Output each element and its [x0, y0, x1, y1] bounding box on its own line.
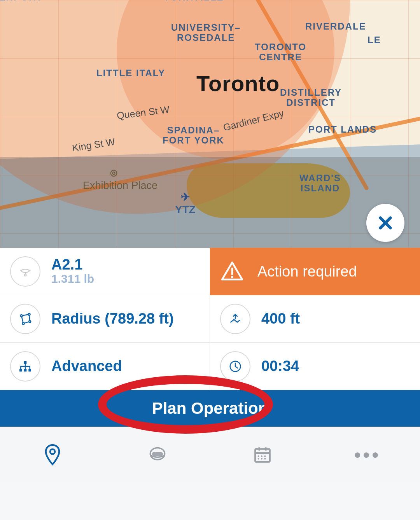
app-screen: VENPORT YORKVILLE UNIVERSITY– ROSEDALE T… — [0, 0, 420, 520]
tab-map[interactable] — [0, 427, 105, 483]
district-label: DISTILLERY DISTRICT — [280, 88, 342, 108]
text: ROSEDALE — [177, 32, 235, 43]
svg-point-4 — [21, 315, 23, 317]
svg-rect-8 — [24, 361, 27, 364]
map-lower-shade — [0, 157, 420, 248]
close-button[interactable] — [366, 204, 404, 242]
text: SPADINA– — [167, 125, 220, 135]
clock-icon — [220, 351, 250, 382]
altitude-label: 400 ft — [261, 310, 300, 327]
plan-operation-label: Plan Operation — [152, 399, 268, 418]
close-icon — [377, 214, 394, 231]
poi-label: Exhibition Place — [83, 180, 158, 192]
district-label: UNIVERSITY– ROSEDALE — [171, 23, 241, 43]
hierarchy-icon — [10, 351, 40, 382]
alert-cell[interactable]: Action required — [210, 248, 420, 295]
text: DISTRICT — [286, 97, 336, 108]
time-label: 00:34 — [261, 358, 299, 375]
calendar-icon — [253, 445, 272, 464]
district-label: YORKVILLE — [163, 0, 224, 2]
svg-rect-11 — [28, 369, 31, 371]
tab-bar: ••• — [0, 427, 420, 483]
svg-point-5 — [28, 313, 30, 315]
svg-point-1 — [24, 274, 26, 276]
mode-label: Advanced — [51, 358, 122, 375]
svg-point-3 — [231, 276, 233, 278]
svg-rect-9 — [19, 369, 22, 371]
drone-name: A2.1 — [51, 257, 94, 273]
district-label: SPADINA– FORT YORK — [163, 125, 224, 146]
altitude-cell[interactable]: 400 ft — [210, 295, 420, 343]
district-label: LE — [368, 35, 381, 45]
svg-point-6 — [29, 320, 31, 322]
city-label: Toronto — [196, 71, 280, 96]
text: WARD'S — [299, 173, 341, 183]
alert-text: Action required — [257, 263, 357, 280]
district-label: WARD'S ISLAND — [299, 173, 341, 194]
text: TORONTO — [255, 42, 306, 52]
drone-weight: 1.311 lb — [51, 272, 94, 285]
district-label: VENPORT — [0, 0, 43, 2]
svg-rect-10 — [24, 369, 27, 371]
plan-operation-row: Plan Operation — [0, 390, 420, 427]
mode-cell[interactable]: Advanced — [0, 343, 210, 390]
district-label: RIVERDALE — [305, 21, 366, 32]
text: FORT YORK — [163, 135, 224, 145]
radius-label: Radius (789.28 ft) — [51, 310, 174, 327]
drone-cell[interactable]: A2.1 1.311 lb — [0, 248, 210, 295]
more-icon: ••• — [354, 444, 381, 466]
tab-more[interactable]: ••• — [315, 427, 420, 483]
text: ISLAND — [301, 183, 340, 193]
svg-point-0 — [21, 269, 29, 272]
radius-cell[interactable]: Radius (789.28 ft) — [0, 295, 210, 343]
district-label: TORONTO CENTRE — [255, 42, 306, 63]
time-cell[interactable]: 00:34 — [210, 343, 420, 390]
tab-schedule[interactable] — [210, 427, 315, 483]
svg-rect-16 — [255, 449, 270, 462]
warning-icon — [220, 259, 244, 284]
svg-point-7 — [23, 322, 24, 324]
map-view[interactable]: VENPORT YORKVILLE UNIVERSITY– ROSEDALE T… — [0, 0, 420, 248]
text: CENTRE — [259, 52, 302, 62]
plan-operation-button[interactable]: Plan Operation — [0, 390, 420, 427]
district-label: LITTLE ITALY — [96, 68, 165, 78]
drone-icon — [10, 256, 40, 287]
svg-point-13 — [50, 449, 55, 454]
operation-panel: A2.1 1.311 lb Action required Radius (78… — [0, 248, 420, 390]
map-pin-icon — [44, 443, 61, 466]
polygon-icon — [10, 304, 40, 334]
pilot-icon — [147, 445, 168, 464]
airport-code: YTZ — [175, 203, 196, 216]
altitude-icon — [220, 304, 250, 334]
airplane-icon: ✈ — [175, 191, 196, 203]
airport-marker[interactable]: ✈ YTZ — [175, 191, 196, 216]
poi-icon: ◎ — [110, 168, 118, 178]
svg-rect-15 — [152, 452, 163, 456]
text: DISTILLERY — [280, 87, 342, 98]
tab-pilot[interactable] — [105, 427, 210, 483]
district-label: PORT LANDS — [308, 124, 377, 135]
text: UNIVERSITY– — [171, 22, 241, 33]
